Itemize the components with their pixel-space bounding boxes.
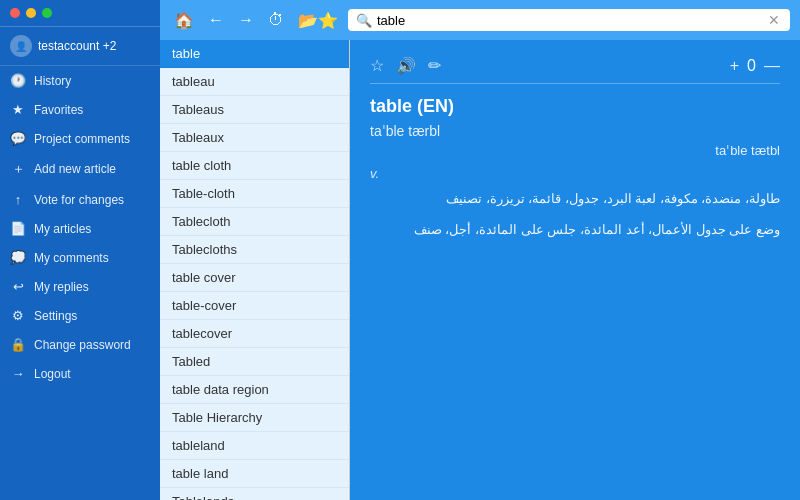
my-articles-label: My articles [34, 222, 91, 236]
clear-search-button[interactable]: ✕ [766, 12, 782, 28]
my-replies-label: My replies [34, 280, 89, 294]
word-item-table-data-region[interactable]: table data region [160, 376, 349, 404]
search-icon: 🔍 [356, 13, 372, 28]
settings-label: Settings [34, 309, 77, 323]
home-button[interactable]: 🏠 [170, 9, 198, 32]
my-comments-icon: 💭 [10, 250, 26, 265]
sidebar-item-logout[interactable]: → Logout [0, 359, 160, 388]
favorites-icon: ★ [10, 102, 26, 117]
add-new-article-label: Add new article [34, 162, 116, 176]
word-item-Tablecloths[interactable]: Tablecloths [160, 236, 349, 264]
sidebar-user: 👤 testaccount +2 [0, 27, 160, 66]
word-item-Tableaus[interactable]: Tableaus [160, 96, 349, 124]
sidebar-item-my-articles[interactable]: 📄 My articles [0, 214, 160, 243]
add-new-article-icon: ＋ [10, 160, 26, 178]
sidebar-header [0, 0, 160, 27]
word-item-tableland[interactable]: tableland [160, 432, 349, 460]
definition-phonetic: taˈble tærbl [370, 123, 780, 139]
vote-plus-button[interactable]: + [730, 57, 739, 75]
sidebar: 👤 testaccount +2 🕐 History ★ Favorites 💬… [0, 0, 160, 500]
definition-pos: v. [370, 166, 780, 181]
word-item-Tablelands[interactable]: Tablelands [160, 488, 349, 500]
sidebar-item-history[interactable]: 🕐 History [0, 66, 160, 95]
content-area: tabletableauTableausTableauxtable clothT… [160, 40, 800, 500]
change-password-label: Change password [34, 338, 131, 352]
sidebar-item-settings[interactable]: ⚙ Settings [0, 301, 160, 330]
word-list: tabletableauTableausTableauxtable clothT… [160, 40, 350, 500]
search-input[interactable] [377, 13, 761, 28]
traffic-light-green [42, 8, 52, 18]
audio-button[interactable]: 🔊 [396, 56, 416, 75]
traffic-light-yellow [26, 8, 36, 18]
word-item-Tablecloth[interactable]: Tablecloth [160, 208, 349, 236]
vote-for-changes-label: Vote for changes [34, 193, 124, 207]
history-button[interactable]: ⏱ [264, 9, 288, 31]
my-comments-label: My comments [34, 251, 109, 265]
vote-minus-button[interactable]: — [764, 57, 780, 75]
main-content: 🏠 ← → ⏱ 📂⭐ 🔍 ✕ tabletableauTableausTable… [160, 0, 800, 500]
logout-label: Logout [34, 367, 71, 381]
edit-button[interactable]: ✏ [428, 56, 441, 75]
sidebar-item-my-replies[interactable]: ↩ My replies [0, 272, 160, 301]
my-articles-icon: 📄 [10, 221, 26, 236]
sidebar-item-project-comments[interactable]: 💬 Project comments [0, 124, 160, 153]
my-replies-icon: ↩ [10, 279, 26, 294]
history-label: History [34, 74, 71, 88]
word-item-table-cover2[interactable]: table-cover [160, 292, 349, 320]
sidebar-item-change-password[interactable]: 🔒 Change password [0, 330, 160, 359]
counter-value: 0 [747, 57, 756, 75]
project-comments-label: Project comments [34, 132, 130, 146]
word-item-Tableaux[interactable]: Tableaux [160, 124, 349, 152]
definition-title: table (EN) [370, 96, 780, 117]
logout-icon: → [10, 366, 26, 381]
vote-counter: + 0 — [730, 57, 780, 75]
word-item-tableau[interactable]: tableau [160, 68, 349, 96]
avatar: 👤 [10, 35, 32, 57]
definition-toolbar: ☆ 🔊 ✏ + 0 — [370, 56, 780, 84]
project-comments-icon: 💬 [10, 131, 26, 146]
back-button[interactable]: ← [204, 9, 228, 31]
word-item-table[interactable]: table [160, 40, 349, 68]
history-icon: 🕐 [10, 73, 26, 88]
star-folder-button[interactable]: 📂⭐ [294, 9, 342, 32]
word-item-Table-cloth[interactable]: Table-cloth [160, 180, 349, 208]
settings-icon: ⚙ [10, 308, 26, 323]
forward-button[interactable]: → [234, 9, 258, 31]
favorites-label: Favorites [34, 103, 83, 117]
bookmark-button[interactable]: ☆ [370, 56, 384, 75]
vote-for-changes-icon: ↑ [10, 192, 26, 207]
sidebar-item-add-new-article[interactable]: ＋ Add new article [0, 153, 160, 185]
word-item-table-cover[interactable]: table cover [160, 264, 349, 292]
sidebar-item-my-comments[interactable]: 💭 My comments [0, 243, 160, 272]
change-password-icon: 🔒 [10, 337, 26, 352]
definition-synonyms: طاولة، منضدة، مكوفة، لعبة البرد، جدول، ق… [370, 189, 780, 210]
word-item-tablecover[interactable]: tablecover [160, 320, 349, 348]
username-label: testaccount +2 [38, 39, 116, 53]
traffic-light-red [10, 8, 20, 18]
word-item-Tabled[interactable]: Tabled [160, 348, 349, 376]
toolbar: 🏠 ← → ⏱ 📂⭐ 🔍 ✕ [160, 0, 800, 40]
sidebar-item-favorites[interactable]: ★ Favorites [0, 95, 160, 124]
word-item-table-land[interactable]: table land [160, 460, 349, 488]
definition-panel: ☆ 🔊 ✏ + 0 — table (EN) taˈble tærbl taˈb… [350, 40, 800, 500]
sidebar-item-vote-for-changes[interactable]: ↑ Vote for changes [0, 185, 160, 214]
sidebar-nav: 🕐 History ★ Favorites 💬 Project comments… [0, 66, 160, 388]
word-item-Table-Hierarchy[interactable]: Table Hierarchy [160, 404, 349, 432]
search-bar: 🔍 ✕ [348, 9, 790, 31]
definition-arabic-phonetic: taˈble tætbl [370, 143, 780, 158]
word-item-table-cloth[interactable]: table cloth [160, 152, 349, 180]
definition-translation: وضع على جدول الأعمال، أعد المائدة، جلس ع… [370, 220, 780, 241]
